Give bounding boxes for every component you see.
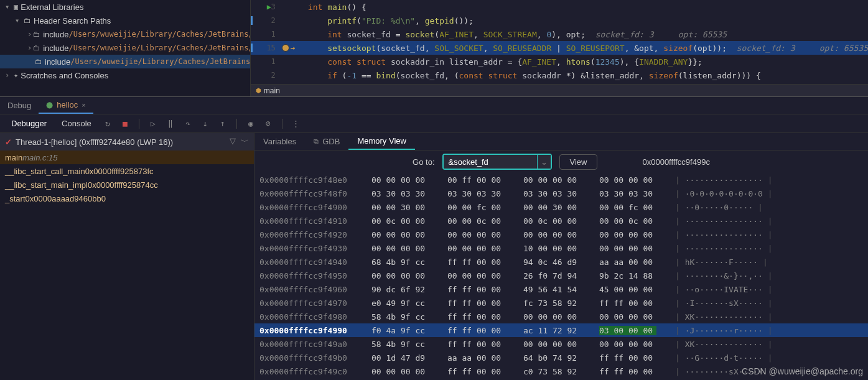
tree-node-include[interactable]: › 🗀 include /Users/wuweijie/Library/Cach… bbox=[0, 41, 250, 55]
pause-button[interactable]: ‖ bbox=[163, 116, 178, 131]
gutter[interactable]: 3 ▶ bbox=[251, 2, 282, 11]
tab-debugger[interactable]: Debugger bbox=[5, 116, 53, 131]
byte-group: 90 dc 6f 92 bbox=[371, 285, 429, 294]
tree-node-scratches[interactable]: › ✦ Scratches and Consoles bbox=[0, 68, 250, 82]
mute-breakpoints-button[interactable]: ⊘ bbox=[261, 116, 276, 131]
thread-header[interactable]: ✓ Thread-1-[helloc] (0xffff92744e80 (LWP… bbox=[0, 133, 254, 151]
memory-row[interactable]: 0x0000ffffcc9f49a058 4b 9f ccff ff 00 00… bbox=[254, 337, 868, 351]
stack-frame[interactable]: __libc_start_main_impl 0x0000ffff925874c… bbox=[0, 178, 254, 192]
memory-row[interactable]: 0x0000ffffcc9f48e000 00 00 0000 ff 00 00… bbox=[254, 173, 868, 187]
gutter[interactable]: 1 bbox=[251, 57, 282, 66]
memory-row[interactable]: 0x0000ffffcc9f48f003 30 03 3003 30 03 30… bbox=[254, 187, 868, 200]
byte-group: 03 30 03 30 bbox=[447, 189, 505, 198]
tree-node-header-paths[interactable]: ▾ 🗀 Header Search Paths bbox=[0, 14, 250, 27]
byte-group: 00 00 00 00 bbox=[447, 230, 505, 239]
code-line[interactable]: 15→ setsockopt(socket_fd, SOL_SOCKET, SO… bbox=[251, 41, 868, 55]
tree-label: External Libraries bbox=[21, 2, 83, 12]
tree-node-ext-libs[interactable]: ▾ ▣ External Libraries bbox=[0, 0, 250, 14]
breadcrumb-label: main bbox=[264, 86, 280, 95]
stop-button[interactable]: ■ bbox=[118, 116, 133, 131]
resume-button[interactable]: ▷ bbox=[146, 116, 161, 131]
gutter[interactable]: 1 bbox=[251, 30, 282, 39]
tab-label: GDB bbox=[322, 137, 340, 146]
run-icon[interactable]: ▶ bbox=[267, 2, 271, 11]
byte-group: 00 0c 00 00 bbox=[523, 216, 581, 226]
memory-row[interactable]: 0x0000ffffcc9f490000 00 30 0000 00 fc 00… bbox=[254, 200, 868, 214]
step-into-button[interactable]: ↓ bbox=[198, 116, 213, 131]
project-tree[interactable]: ▾ ▣ External Libraries ▾ 🗀 Header Search… bbox=[0, 0, 251, 96]
code-text[interactable]: int socket_fd = socket(AF_INET, SOCK_STR… bbox=[304, 30, 868, 39]
memory-row[interactable]: 0x0000ffffcc9f49b000 1d 47 d9aa aa 00 00… bbox=[254, 351, 868, 364]
code-text[interactable]: if (-1 == bind(socket_fd, (const struct … bbox=[304, 71, 868, 80]
byte-group: 94 0c 46 d9 bbox=[523, 257, 581, 267]
tab-label: helloc bbox=[57, 100, 78, 109]
chevron-down-icon[interactable]: ⌄ bbox=[537, 155, 551, 169]
gutter[interactable]: 15 bbox=[251, 44, 282, 52]
tab-debug[interactable]: Debug bbox=[0, 97, 39, 114]
byte-group: 03 30 03 30 bbox=[599, 189, 656, 198]
filter-icon[interactable]: ▽ bbox=[230, 136, 236, 147]
memory-ascii: | ················ | bbox=[675, 230, 773, 239]
byte-group: 9b 2c 14 88 bbox=[599, 271, 656, 280]
code-text[interactable]: const struct sockaddr_in listen_addr = {… bbox=[304, 57, 868, 67]
byte-group: ff ff 00 00 bbox=[447, 285, 505, 294]
memory-row[interactable]: 0x0000ffffcc9f493000 00 00 0000 00 00 00… bbox=[254, 241, 868, 255]
stack-frame[interactable]: __libc_start_call_main 0x0000ffff925873f… bbox=[0, 164, 254, 178]
chevron-down-icon[interactable]: ﹀ bbox=[241, 136, 249, 147]
gutter[interactable]: 2 bbox=[251, 71, 282, 80]
byte-group: 45 00 00 00 bbox=[599, 285, 656, 294]
step-over-button[interactable]: ↷ bbox=[180, 116, 195, 131]
memory-address: 0x0000ffffcc9f4910 bbox=[259, 216, 353, 226]
tab-gdb[interactable]: ⧉ GDB bbox=[305, 133, 348, 150]
memory-grid[interactable]: 0x0000ffffcc9f48e000 00 00 0000 ff 00 00… bbox=[254, 173, 868, 380]
more-button[interactable]: ⋮ bbox=[289, 116, 304, 131]
byte-group: ff ff 00 00 bbox=[599, 299, 656, 308]
gutter[interactable]: 2 bbox=[251, 16, 282, 25]
view-button[interactable]: View bbox=[559, 154, 598, 170]
goto-label: Go to: bbox=[413, 157, 434, 167]
breadcrumb[interactable]: ⬢ main bbox=[251, 84, 868, 96]
memory-row[interactable]: 0x0000ffffcc9f4970e0 49 9f ccff ff 00 00… bbox=[254, 296, 868, 310]
stack-frame[interactable]: main main.c:15 bbox=[0, 151, 254, 164]
step-out-button[interactable]: ↑ bbox=[215, 116, 230, 131]
stack-frame[interactable]: _start 0x0000aaaad9460bb0 bbox=[0, 192, 254, 205]
code-line[interactable]: 1 int socket_fd = socket(AF_INET, SOCK_S… bbox=[251, 27, 868, 41]
tab-variables[interactable]: Variables bbox=[254, 133, 305, 150]
memory-row[interactable]: 0x0000ffffcc9f4990f0 4a 9f ccff ff 00 00… bbox=[254, 323, 868, 337]
chevron-right-icon: › bbox=[27, 30, 32, 39]
tab-helloc[interactable]: ⬤ helloc × bbox=[39, 97, 93, 114]
code-line[interactable]: 2 printf("PID: %d\n", getpid()); bbox=[251, 14, 868, 27]
memory-row[interactable]: 0x0000ffffcc9f496090 dc 6f 92ff ff 00 00… bbox=[254, 282, 868, 296]
code-line[interactable]: 2 if (-1 == bind(socket_fd, (const struc… bbox=[251, 68, 868, 82]
goto-input[interactable] bbox=[444, 155, 537, 169]
folder-icon: 🗀 bbox=[24, 16, 31, 25]
debug-toolbar: Debugger Console ↻ ■ ▷ ‖ ↷ ↓ ↑ ◉ ⊘ ⋮ bbox=[0, 114, 868, 133]
tree-node-include-selected[interactable]: 🗀 include /Users/wuweijie/Library/Caches… bbox=[0, 55, 250, 68]
memory-row[interactable]: 0x0000ffffcc9f491000 0c 00 0000 00 0c 00… bbox=[254, 214, 868, 228]
code-line[interactable]: 1 const struct sockaddr_in listen_addr =… bbox=[251, 55, 868, 68]
close-icon[interactable]: × bbox=[82, 101, 85, 109]
code-text[interactable]: int main() { bbox=[304, 2, 868, 12]
memory-row[interactable]: 0x0000ffffcc9f495000 00 00 0000 00 00 00… bbox=[254, 269, 868, 282]
code-text[interactable]: printf("PID: %d\n", getpid()); bbox=[304, 16, 868, 25]
memory-row[interactable]: 0x0000ffffcc9f492000 00 00 0000 00 00 00… bbox=[254, 228, 868, 241]
code-text[interactable]: setsockopt(socket_fd, SOL_SOCKET, SO_REU… bbox=[304, 44, 868, 53]
byte-group: f0 4a 9f cc bbox=[371, 326, 429, 335]
tab-console[interactable]: Console bbox=[55, 116, 98, 131]
view-breakpoints-button[interactable]: ◉ bbox=[243, 116, 258, 131]
rerun-button[interactable]: ↻ bbox=[100, 116, 115, 131]
memory-row[interactable]: 0x0000ffffcc9f498058 4b 9f ccff ff 00 00… bbox=[254, 310, 868, 323]
memory-ascii: | ··0·····0····· | bbox=[675, 203, 763, 212]
tree-node-include[interactable]: › 🗀 include /Users/wuweijie/Library/Cach… bbox=[0, 27, 250, 41]
breakpoint-icon[interactable] bbox=[282, 44, 289, 52]
memory-row[interactable]: 0x0000ffffcc9f494068 4b 9f ccff ff 00 00… bbox=[254, 255, 868, 269]
tab-memory-view[interactable]: Memory View bbox=[348, 133, 415, 150]
byte-group: 00 00 fc 00 bbox=[599, 203, 656, 212]
memory-bytes: 68 4b 9f ccff ff 00 0094 0c 46 d9aa aa 0… bbox=[371, 257, 656, 267]
code-line[interactable]: 3 ▶int main() { bbox=[251, 0, 868, 14]
folder-icon: 🗀 bbox=[33, 44, 40, 52]
code-editor[interactable]: 3 ▶int main() {2 printf("PID: %d\n", get… bbox=[251, 0, 868, 96]
byte-group: 03 00 00 00 bbox=[599, 326, 656, 335]
memory-bytes: 00 00 30 0000 00 fc 0000 00 30 0000 00 f… bbox=[371, 203, 656, 212]
tree-path: /Users/wuweijie/Library/Caches/JetBrains… bbox=[70, 57, 251, 66]
